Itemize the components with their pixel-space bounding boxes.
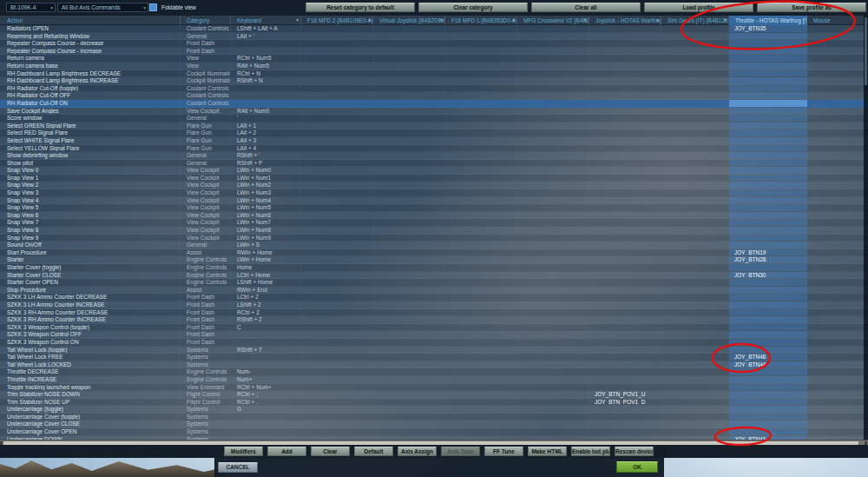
binding-cell[interactable] <box>373 204 445 211</box>
binding-cell[interactable] <box>445 189 517 196</box>
binding-cell[interactable] <box>589 331 661 338</box>
binding-cell[interactable] <box>661 100 729 107</box>
binding-cell[interactable] <box>301 256 373 263</box>
column-header-joystick-hotas-warthog[interactable]: Joystick - HOTAS Warthog ...▾ <box>589 16 661 25</box>
table-row-snap-view-5[interactable]: Snap View 5View CockpitLWin + Num5 <box>0 204 868 212</box>
binding-cell[interactable] <box>661 40 729 47</box>
category-cell[interactable]: Systems <box>181 347 231 354</box>
column-header-virtual-joystick-b4b2dea[interactable]: Virtual Joystick {B4B2DEA...▾ <box>373 16 445 25</box>
ok-button[interactable]: OK <box>616 461 658 473</box>
category-cell[interactable]: View Cockpit <box>181 189 231 196</box>
keyboard-cell[interactable] <box>231 100 301 107</box>
binding-cell[interactable] <box>445 279 517 286</box>
binding-cell[interactable] <box>301 406 373 413</box>
binding-cell[interactable] <box>373 25 445 32</box>
binding-cell[interactable] <box>517 70 589 77</box>
binding-cell[interactable] <box>517 137 589 144</box>
binding-cell[interactable]: JOY_BTN44 <box>729 361 807 368</box>
binding-cell[interactable] <box>661 368 729 375</box>
table-row-show-pilot[interactable]: Show pilotGeneralRShift + P <box>0 160 868 168</box>
table-row-undercarriage-cover-toggle[interactable]: Undercarriage Cover (toggle)Systems <box>0 414 868 421</box>
column-header-f16-mfd-1-b4b353d0-ae[interactable]: F16 MFD 1 {B4B353D0-AE...▾ <box>445 16 517 25</box>
table-row-szkk-3-lh-ammo-counter-decrease[interactable]: SZKK 3 LH Ammo Counter DECREASEFront Das… <box>0 294 868 301</box>
category-cell[interactable]: View <box>181 63 231 70</box>
binding-cell[interactable] <box>445 264 517 271</box>
binding-cell[interactable] <box>661 428 729 435</box>
binding-cell[interactable] <box>373 309 445 316</box>
binding-cell[interactable] <box>807 294 868 301</box>
table-row-tail-wheel-lock-toggle[interactable]: Tail Wheel Lock (toggle)SystemsRShift + … <box>0 347 868 354</box>
binding-cell[interactable] <box>729 294 807 301</box>
clear-button[interactable]: Clear <box>311 447 350 456</box>
binding-cell[interactable] <box>661 399 729 406</box>
vertical-scrollbar[interactable] <box>864 16 868 440</box>
binding-cell[interactable] <box>661 77 729 84</box>
binding-cell[interactable] <box>445 100 517 107</box>
keyboard-cell[interactable]: RAlt + Num5 <box>231 63 301 70</box>
default-button[interactable]: Default <box>354 447 393 456</box>
binding-cell[interactable] <box>301 227 373 234</box>
binding-cell[interactable] <box>373 235 445 242</box>
binding-cell[interactable] <box>301 361 373 368</box>
keyboard-cell[interactable] <box>231 85 301 92</box>
binding-cell[interactable] <box>589 145 661 152</box>
table-row-szkk-3-lh-ammo-counter-increase[interactable]: SZKK 3 LH Ammo Counter INCREASEFront Das… <box>0 301 868 309</box>
binding-cell[interactable] <box>373 123 445 129</box>
binding-cell[interactable] <box>517 160 589 167</box>
binding-cell[interactable] <box>517 249 589 256</box>
keyboard-cell[interactable]: LWin + Num0 <box>231 167 301 174</box>
binding-cell[interactable] <box>301 264 373 271</box>
category-cell[interactable]: View Extended <box>181 384 231 391</box>
binding-cell[interactable] <box>445 160 517 167</box>
binding-cell[interactable] <box>301 287 373 294</box>
binding-cell[interactable] <box>517 421 589 427</box>
binding-cell[interactable] <box>807 391 868 398</box>
binding-cell[interactable] <box>373 63 445 70</box>
binding-cell[interactable] <box>589 167 661 174</box>
keyboard-cell[interactable]: RCtrl + N <box>231 70 301 77</box>
binding-cell[interactable] <box>589 123 661 129</box>
binding-cell[interactable] <box>445 40 517 47</box>
binding-cell[interactable] <box>589 55 661 62</box>
binding-cell[interactable] <box>445 324 517 331</box>
binding-cell[interactable] <box>301 309 373 316</box>
binding-cell[interactable] <box>729 316 807 323</box>
category-cell[interactable]: View Cockpit <box>181 182 231 189</box>
binding-cell[interactable] <box>445 219 517 226</box>
binding-cell[interactable]: JOY_BTN28 <box>729 256 807 263</box>
binding-cell[interactable] <box>589 339 661 346</box>
binding-cell[interactable] <box>517 63 589 70</box>
binding-cell[interactable] <box>373 212 445 219</box>
binding-cell[interactable] <box>729 339 807 346</box>
binding-cell[interactable] <box>661 25 729 32</box>
binding-cell[interactable] <box>301 189 373 196</box>
binding-cell[interactable] <box>589 219 661 226</box>
keyboard-cell[interactable] <box>231 40 301 47</box>
column-header-f16-mfd-2-b4b109e0-ae[interactable]: F16 MFD 2 {B4B109E0-AE...▾ <box>301 16 373 25</box>
axis-assign-button[interactable]: Axis Assign <box>398 447 437 456</box>
binding-cell[interactable] <box>301 368 373 375</box>
binding-cell[interactable] <box>729 428 807 435</box>
column-header-action[interactable]: Action <box>0 16 181 25</box>
binding-cell[interactable] <box>517 152 589 159</box>
binding-cell[interactable] <box>729 212 807 219</box>
binding-cell[interactable] <box>301 249 373 256</box>
column-header-category[interactable]: Category <box>181 16 231 25</box>
binding-cell[interactable] <box>661 376 729 383</box>
binding-cell[interactable] <box>373 160 445 167</box>
binding-cell[interactable] <box>517 361 589 368</box>
binding-cell[interactable] <box>729 376 807 383</box>
table-row-save-cockpit-angles[interactable]: Save Cockpit AnglesView CockpitRAlt + Nu… <box>0 108 868 116</box>
keyboard-cell[interactable] <box>231 428 301 435</box>
binding-cell[interactable] <box>589 197 661 204</box>
category-cell[interactable]: Systems <box>181 428 231 435</box>
category-cell[interactable]: General <box>181 242 231 248</box>
binding-cell[interactable] <box>589 108 661 115</box>
binding-cell[interactable] <box>445 391 517 398</box>
binding-cell[interactable] <box>517 55 589 62</box>
binding-cell[interactable] <box>373 55 445 62</box>
category-cell[interactable]: Front Dash <box>181 294 231 301</box>
binding-cell[interactable] <box>301 63 373 70</box>
keyboard-cell[interactable]: LAlt + ' <box>231 33 301 40</box>
binding-cell[interactable] <box>445 167 517 174</box>
